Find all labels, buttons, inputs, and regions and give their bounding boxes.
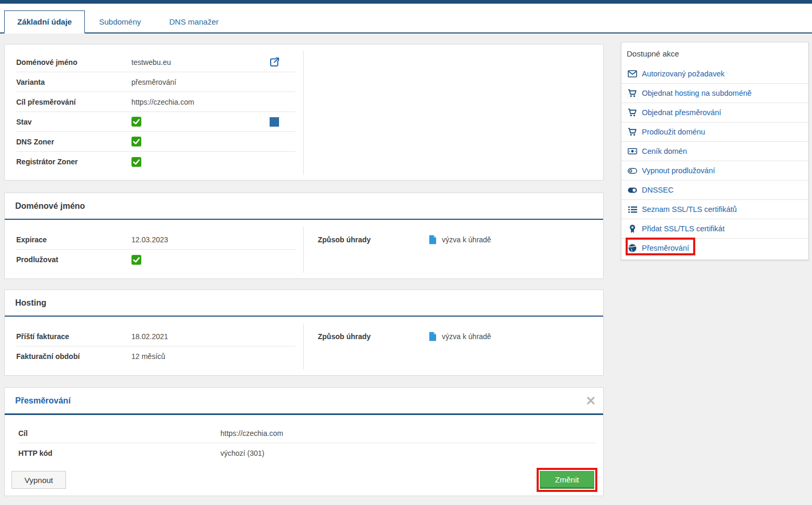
table-row: Expirace 12.03.2023 [16,230,295,250]
table-row: Varianta přesměrování [16,72,295,92]
status-square-indicator [270,117,279,127]
payment-method-value: výzva k úhradě [442,235,491,244]
sidebar-item-label: Objednat hosting na subdoméně [642,89,752,97]
row-label: Fakturační období [16,352,131,361]
row-label: HTTP kód [18,449,220,457]
file-icon [429,332,437,341]
table-row: Stav [16,112,295,132]
checkbox-checked-icon [131,255,141,265]
envelope-icon [628,70,637,77]
zmenit-button[interactable]: Změnit [540,471,594,489]
table-row: Způsob úhrady výzva k úhradě [314,230,596,250]
banknote-icon [628,148,637,154]
column-divider [303,227,304,273]
domain-rows: Expirace 12.03.2023 Prodlužovat [16,230,295,270]
sidebar-item-autorizovany-pozadavek[interactable]: Autorizovaný požadavek [621,64,808,83]
highlight-box-change-button: Změnit [537,468,597,492]
sidebar-item-label: Vypnout prodlužování [642,166,715,175]
panel-domain-overview: Doménové jméno testwebu.eu Varianta přes… [4,44,604,181]
payment-block: Způsob úhrady výzva k úhradě [314,327,596,346]
toggle-off-icon [628,168,637,174]
cart-icon [628,128,637,136]
table-row: Cíl přesměrování https://czechia.com [16,92,295,112]
domain-name-value: testwebu.eu [131,58,171,66]
panel-title: Hosting [5,290,603,317]
row-label: Prodlužovat [16,255,131,264]
tab-dns-manazer[interactable]: DNS manažer [155,11,232,32]
row-label: Způsob úhrady [314,332,429,341]
sidebar-available-actions: Dostupné akce Autorizovaný požadavek Obj… [621,42,809,260]
sidebar-item-label: Ceník domén [642,147,687,155]
external-link-icon[interactable] [270,57,280,67]
column-divider [303,51,304,175]
table-row: HTTP kód výchozí (301) [18,443,596,463]
sidebar-item-label: Přidat SSL/TLS certifikát [642,225,725,233]
sidebar-item-cenik-domen[interactable]: Ceník domén [621,141,808,161]
sidebar-item-prodlouzit-domenu[interactable]: Prodloužit doménu [621,122,808,141]
sidebar-item-label: Přesměrování [642,244,689,252]
sidebar-item-pridat-ssl-tls-certifikat[interactable]: Přidat SSL/TLS certifikát [621,219,808,238]
sidebar-item-label: Autorizovaný požadavek [642,70,725,78]
panel-hosting: Hosting Příští fakturace 18.02.2021 Fakt… [4,289,604,376]
row-label: Varianta [16,78,131,86]
domain-admin-page: Základní údaje Subdomény DNS manažer Dom… [0,0,812,505]
row-label: Expirace [16,235,131,244]
table-row: Příští fakturace 18.02.2021 [16,327,295,346]
sidebar-title: Dostupné akce [621,42,808,64]
table-row: Prodlužovat [16,250,295,270]
payment-block: Způsob úhrady výzva k úhradě [314,230,596,250]
sidebar-item-seznam-ssl-tls-certifikatu[interactable]: Seznam SSL/TLS certifikátů [621,199,808,219]
table-row: Doménové jméno testwebu.eu [16,52,295,72]
sidebar-item-objednat-hosting-na-subdomene[interactable]: Objednat hosting na subdoméně [621,83,808,103]
tab-subdomeny[interactable]: Subdomény [85,11,155,32]
sidebar-item-vypnout-prodluzovani[interactable]: Vypnout prodlužování [621,161,808,180]
cart-icon [628,108,637,117]
list-icon [628,206,637,213]
sidebar-item-label: Prodloužit doménu [642,128,705,136]
panel-domain-name: Doménové jméno Expirace 12.03.2023 Prodl… [4,193,604,279]
tab-zakladni-udaje[interactable]: Základní údaje [4,10,85,33]
panel-redirect: Přesměrování Cíl https://czechia.com HTT… [4,387,604,496]
vypnout-button[interactable]: Vypnout [12,471,66,489]
table-row: Fakturační období 12 měsíců [16,346,295,366]
table-row: DNS Zoner [16,132,295,152]
toggle-on-icon [628,187,637,193]
next-billing-value: 18.02.2021 [131,332,168,341]
sidebar-item-objednat-presmerovani[interactable]: Objednat přesměrování [621,103,808,122]
panel-title: Přesměrování [5,388,603,415]
checkbox-checked-icon [131,157,141,167]
row-label: Registrátor Zoner [16,158,131,166]
http-code-value: výchozí (301) [220,449,264,457]
cart-icon [628,89,637,97]
top-accent-bar [0,0,812,4]
close-icon[interactable] [587,397,595,405]
sidebar-item-dnssec[interactable]: DNSSEC [621,180,808,199]
sidebar-item-label: DNSSEC [642,186,673,194]
row-label: Způsob úhrady [314,235,429,244]
globe-icon [628,244,637,252]
sidebar-item-presmerovani[interactable]: Přesměrování [621,238,808,257]
hosting-rows: Příští fakturace 18.02.2021 Fakturační o… [16,327,295,366]
expiration-value: 12.03.2023 [131,235,168,244]
checkbox-checked-icon [131,117,141,127]
row-label: Cíl přesměrování [16,98,131,106]
panel-title: Doménové jméno [5,193,603,220]
row-label: Příští fakturace [16,332,131,341]
redirect-rows: Cíl https://czechia.com HTTP kód výchozí… [18,423,596,463]
sidebar-item-label: Seznam SSL/TLS certifikátů [642,205,737,214]
row-label: Doménové jméno [16,58,131,66]
ribbon-icon [628,225,637,233]
tab-bar: Základní údaje Subdomény DNS manažer [0,4,812,33]
sidebar-item-label: Objednat přesměrování [642,108,721,117]
table-row: Cíl https://czechia.com [18,423,596,443]
variant-value: přesměrování [131,78,176,86]
file-icon [429,235,437,244]
table-row: Registrátor Zoner [16,152,295,172]
column-divider [303,323,304,369]
table-row: Způsob úhrady výzva k úhradě [314,327,596,346]
redirect-target-value: https://czechia.com [131,98,194,106]
payment-method-value: výzva k úhradě [442,332,491,341]
checkbox-checked-icon [131,137,141,147]
row-label: DNS Zoner [16,138,131,146]
overview-rows: Doménové jméno testwebu.eu Varianta přes… [16,52,295,172]
